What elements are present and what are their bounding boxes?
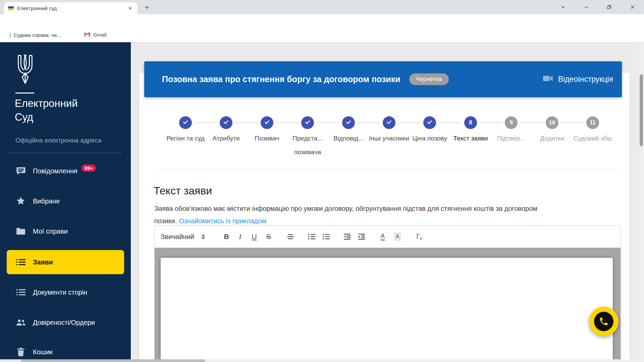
ukraine-flag-favicon [8,6,14,10]
step-8-circle[interactable]: 8 [464,116,477,129]
check-icon [304,119,311,127]
window-restore-button[interactable] [605,3,613,11]
step-3-circle[interactable] [261,116,273,129]
sidebar-item-label: Мої справи [33,228,68,235]
step-1-circle[interactable] [179,116,192,129]
trash-icon [16,348,25,356]
description-line2: позики. [154,217,177,225]
ukraine-trident-logo [15,54,35,86]
editor-toolbar: Звичайний BIUSAAT✕ [155,226,621,247]
step-number: 10 [549,119,555,126]
brand-subtitle: Офіційна електронна адреса [15,137,101,144]
star-icon [16,197,25,205]
tab-search-chevron-icon[interactable] [559,3,568,11]
text-color-button[interactable]: A [377,231,388,242]
bookmark-gmail[interactable]: Gmail [84,32,106,38]
sidebar-item-claims[interactable]: Заяви [7,250,124,274]
highlight-button[interactable]: A [392,231,403,242]
clear-formatting-button[interactable]: T✕ [413,231,425,242]
underline-button[interactable]: U [249,231,260,242]
editor-canvas [155,248,621,362]
step-connector [276,122,299,123]
list-icon [16,258,25,266]
vertical-scrollbar-thumb[interactable] [640,74,643,146]
step-10-label: Додатки [532,131,572,145]
step-4-label: Предста... позивача [287,131,328,159]
step-1-label: Регіон та суд [165,131,206,145]
sidebar-item-trash[interactable]: Кошик [0,343,131,361]
example-link[interactable]: Ознайомитись із прикладом [179,217,266,225]
step-6-circle[interactable] [383,116,395,129]
new-tab-button[interactable]: + [142,3,152,12]
browser-toolbar: cabinet.court.gov.ua/claims/f0c183d100cb… [0,14,644,28]
step-11-label: Судовий збір [573,131,613,145]
sidebar-item-label: Довіреності/Ордери [33,319,95,326]
paragraph-style-dropdown[interactable]: Звичайний [161,231,216,243]
sidebar: Електронний Суд Офіційна електронна адре… [0,42,131,359]
browser-tabstrip: Електронний суд ✕ + [0,0,644,14]
step-number: 9 [509,119,513,126]
check-icon [386,119,392,127]
bookmarks-bar: j Судова справа: чи... Gmail [0,28,644,42]
sidebar-item-favorites[interactable]: Вибране [0,192,131,210]
step-7-circle[interactable] [423,116,436,129]
j-favicon: j [9,32,11,38]
sidebar-item-label: Заяви [33,258,53,266]
bookmark-court-case[interactable]: j Судова справа: чи... [9,32,61,38]
screen: Електронний суд ✕ + cabinet.court.gov.ua… [0,0,644,362]
bullet-list-button[interactable] [320,231,332,242]
section-title: Текст заяви [154,185,212,197]
tab-close-icon[interactable]: ✕ [126,5,133,12]
step-2-circle[interactable] [220,116,232,129]
sidebar-divider [8,153,123,153]
step-5-circle[interactable] [342,116,355,129]
sidebar-item-messages[interactable]: Повідомлення99+ [0,162,131,180]
step-3-label: Позивач [247,131,287,145]
window-minimize-button[interactable] [582,3,591,11]
list-icon [16,289,25,296]
step-4-circle[interactable] [301,116,314,129]
editor-page[interactable] [161,258,613,362]
step-9-circle[interactable]: 9 [505,116,518,129]
sidebar-item-my-cases[interactable]: Мої справи [0,222,131,241]
italic-button[interactable]: I [234,231,246,242]
brand-divider [15,93,34,94]
section-divider [154,169,621,170]
outdent-button[interactable] [341,231,353,242]
video-instruction-button[interactable]: Відеоінструкція [543,75,613,84]
align-button[interactable] [285,231,296,242]
people-icon [16,319,25,326]
tab-title: Електронний суд [17,5,126,11]
strikethrough-button[interactable]: S [263,231,274,242]
sidebar-item-party-documents[interactable]: Документи сторін [0,283,131,302]
check-icon [223,119,229,127]
horizontal-scrollbar-thumb[interactable] [21,359,205,362]
notification-badge: 99+ [82,165,96,172]
step-11-circle[interactable]: 11 [586,116,599,129]
bold-button[interactable]: B [221,231,232,242]
phone-call-fab[interactable] [589,307,619,336]
step-9-label: Підтвер... [491,131,531,145]
gmail-icon [84,32,91,38]
window-close-button[interactable] [628,3,637,11]
stepper: Регіон та судАтрибутиПозивачПредста... п… [144,111,622,164]
step-connector [439,122,462,123]
step-connector [561,122,584,123]
ordered-list-button[interactable] [306,231,317,242]
step-8-label: Текст заяви [450,131,491,145]
step-connector [398,122,421,123]
browser-tab[interactable]: Електронний суд ✕ [4,2,138,14]
description-line1: Заява обов'язково має містити інформацію… [154,205,537,212]
sidebar-item-label: Повідомлення [33,167,77,175]
step-10-circle[interactable]: 10 [546,116,558,129]
section-description: Заява обов'язково має містити інформацію… [154,202,621,227]
bookmark-label: Gmail [93,32,106,38]
dropdown-arrows-icon [202,234,205,239]
step-connector [195,122,217,123]
sidebar-item-powers-of-attorney[interactable]: Довіреності/Ордери [0,313,131,332]
indent-button[interactable] [356,231,367,242]
step-connector [235,122,258,123]
step-connector [358,122,380,123]
step-number: 11 [590,119,596,126]
sidebar-item-label: Вибране [33,197,60,205]
